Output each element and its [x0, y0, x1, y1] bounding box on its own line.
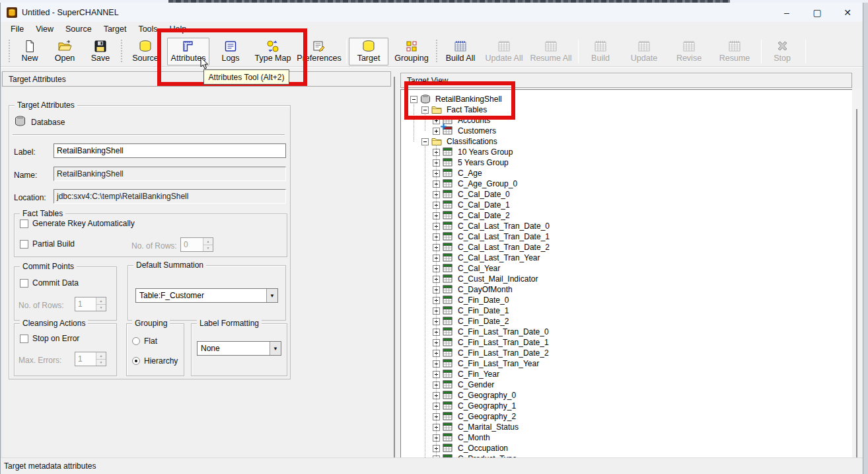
default-summation-dropdown[interactable]: Table:F_Customer ▼	[135, 288, 278, 303]
new-button[interactable]: New	[14, 38, 46, 65]
tree-item-c-month[interactable]: C_Month	[433, 432, 491, 443]
checkbox-box[interactable]	[20, 219, 28, 228]
tree-item-label: C_Fin_Date_1	[456, 306, 510, 315]
tree-item-c-fin-last-tran-year[interactable]: C_Fin_Last_Tran_Year	[433, 358, 540, 369]
menu-item-file[interactable]: File	[5, 23, 30, 35]
stop-icon	[776, 40, 789, 53]
tree-item-c-fin-last-tran-date-1[interactable]: C_Fin_Last_Tran_Date_1	[433, 337, 550, 348]
build-button[interactable]: Build	[581, 38, 620, 65]
tree-item-c-fin-date-2[interactable]: C_Fin_Date_2	[433, 316, 510, 327]
spinner-down-icon[interactable]: ▼	[203, 245, 213, 252]
spinner-down-icon[interactable]: ▼	[96, 305, 106, 311]
tree-item-customers[interactable]: Customers	[433, 126, 497, 136]
update-all-button[interactable]: Update All	[482, 38, 526, 65]
checkbox-label: Commit Data	[32, 278, 79, 288]
dropdown-arrow-icon[interactable]: ▼	[266, 289, 277, 302]
tree-item-c-cal-year[interactable]: C_Cal_Year	[433, 263, 501, 274]
grouping-flat-radio[interactable]: Flat	[132, 336, 157, 346]
rows-spinner[interactable]: 0 ▲▼	[180, 237, 213, 252]
checkbox-box[interactable]	[20, 279, 28, 288]
commit-rows-spinner[interactable]: 1 ▲▼	[75, 297, 106, 311]
toolbar-grip	[7, 40, 13, 63]
toolbar-separator	[578, 40, 579, 63]
stop-on-error-checkbox[interactable]: Stop on Error	[20, 334, 79, 343]
mouse-cursor-icon	[200, 57, 209, 70]
tree-item-c-fin-year[interactable]: C_Fin_Year	[433, 369, 501, 379]
spinner-up-icon[interactable]: ▲	[96, 297, 106, 305]
menu-item-target[interactable]: Target	[98, 23, 133, 35]
checkbox-box[interactable]	[20, 335, 28, 343]
tree-item-c-geography-1[interactable]: C_Geography_1	[433, 401, 517, 411]
tree-item-c-cal-last-tran-date-0[interactable]: C_Cal_Last_Tran_Date_0	[433, 221, 551, 231]
tree-item-5-years-group[interactable]: 5 Years Group	[433, 157, 510, 168]
toolbar-button-label: Target	[357, 54, 380, 63]
commit-data-checkbox[interactable]: Commit Data	[20, 278, 79, 288]
radio-circle[interactable]	[132, 337, 140, 345]
tree-scrollbar[interactable]	[852, 89, 863, 460]
tree-item-c-geography-0[interactable]: C_Geography_0	[433, 390, 517, 401]
minimize-button[interactable]: –	[772, 3, 802, 22]
update-button[interactable]: Update	[623, 38, 665, 65]
tree-item-c-cust-mail-indicator[interactable]: C_Cust_Mail_Indicator	[433, 274, 539, 284]
revise-button[interactable]: Revise	[668, 38, 710, 65]
table-green-icon	[443, 211, 453, 220]
target-attributes-pane: Target Attributes Target Attributes Data…	[1, 71, 391, 460]
save-button[interactable]: Save	[84, 38, 117, 65]
resume-button[interactable]: Resume	[713, 38, 756, 65]
tree-connector-line	[436, 145, 437, 460]
tree-item-c-cal-date-1[interactable]: C_Cal_Date_1	[433, 200, 511, 210]
tree-item-label: C_Fin_Year	[456, 370, 501, 379]
close-button[interactable]: ✕	[832, 3, 863, 22]
tree-item-label: 10 Years Group	[456, 147, 514, 157]
pane-splitter[interactable]	[391, 71, 400, 460]
tree-item-c-gender[interactable]: C_Gender	[433, 379, 495, 390]
tree-item-c-fin-last-tran-date-0[interactable]: C_Fin_Last_Tran_Date_0	[433, 327, 550, 337]
dropdown-arrow-icon[interactable]: ▼	[270, 342, 281, 355]
tree-item-10-years-group[interactable]: 10 Years Group	[433, 147, 514, 157]
stop-button[interactable]: Stop	[764, 38, 801, 65]
maximize-button[interactable]: ▢	[802, 3, 832, 22]
tree-item-classifications[interactable]: Classifications	[421, 136, 499, 147]
generate-rkey-checkbox[interactable]: Generate Rkey Automatically	[20, 219, 135, 228]
tree-item-c-geography-2[interactable]: C_Geography_2	[433, 411, 517, 422]
tree-item-c-cal-date-2[interactable]: C_Cal_Date_2	[433, 210, 511, 221]
checkbox-box[interactable]	[20, 240, 28, 249]
table-green-icon	[443, 200, 453, 210]
checkbox-label: Stop on Error	[32, 334, 79, 343]
table-green-icon	[443, 296, 453, 305]
tree-item-c-fin-last-tran-date-2[interactable]: C_Fin_Last_Tran_Date_2	[433, 348, 550, 358]
build-all-button[interactable]: Build All	[441, 38, 480, 65]
tree-item-c-cal-date-0[interactable]: C_Cal_Date_0	[433, 189, 511, 200]
tree-item-c-cal-last-tran-date-2[interactable]: C_Cal_Last_Tran_Date_2	[433, 242, 551, 253]
label-input[interactable]: RetailBankingShell	[54, 143, 286, 158]
target-tree-area: RetailBankingShellFact TablesAccountsCus…	[400, 89, 853, 460]
grouping-hierarchy-radio[interactable]: Hierarchy	[132, 356, 178, 366]
spinner-up-icon[interactable]: ▲	[203, 238, 213, 245]
max-errors-spinner[interactable]: 1 ▲▼	[75, 352, 106, 366]
tree-item-c-cal-last-tran-date-1[interactable]: C_Cal_Last_Tran_Date_1	[433, 231, 551, 242]
no-of-rows-label: No. of Rows:	[131, 241, 177, 251]
tree-item-c-occupation[interactable]: C_Occupation	[433, 443, 509, 454]
expand-icon[interactable]	[433, 128, 440, 135]
label-formatting-dropdown[interactable]: None ▼	[197, 341, 281, 356]
partial-build-checkbox[interactable]: Partial Build	[20, 239, 75, 249]
tree-item-c-marital-status[interactable]: C_Marital_Status	[433, 422, 520, 432]
open-button[interactable]: Open	[48, 38, 81, 65]
name-field-label: Name:	[14, 171, 37, 180]
menu-item-view[interactable]: View	[30, 23, 59, 35]
collapse-icon[interactable]	[421, 138, 429, 145]
resume-all-button[interactable]: Resume All	[528, 38, 573, 65]
tree-item-c-age-group-0[interactable]: C_Age_Group_0	[433, 178, 519, 189]
grouping-button[interactable]: Grouping	[391, 38, 432, 65]
spinner-up-icon[interactable]: ▲	[96, 352, 106, 360]
tree-item-c-cal-last-tran-year[interactable]: C_Cal_Last_Tran_Year	[433, 253, 542, 263]
target-button[interactable]: Target	[349, 38, 388, 65]
table-green-icon	[443, 348, 453, 358]
tree-item-c-dayofmonth[interactable]: C_DayOfMonth	[433, 284, 514, 295]
tree-item-c-fin-date-0[interactable]: C_Fin_Date_0	[433, 295, 510, 305]
tree-item-c-fin-date-1[interactable]: C_Fin_Date_1	[433, 305, 510, 316]
menu-item-source[interactable]: Source	[59, 23, 98, 35]
spinner-down-icon[interactable]: ▼	[96, 360, 106, 366]
tree-item-c-age[interactable]: C_Age	[433, 168, 484, 178]
radio-circle[interactable]	[132, 357, 140, 365]
